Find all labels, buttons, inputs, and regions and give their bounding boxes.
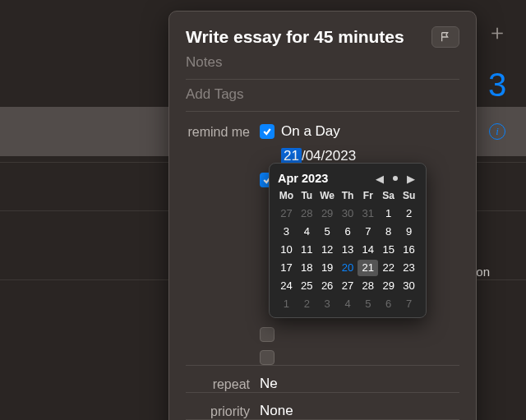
calendar-day[interactable]: 21 bbox=[358, 260, 378, 276]
calendar-day[interactable]: 19 bbox=[317, 260, 338, 276]
extra-checkbox-2[interactable] bbox=[260, 350, 275, 365]
calendar-day[interactable]: 16 bbox=[399, 242, 419, 258]
calendar-day[interactable]: 23 bbox=[399, 260, 419, 276]
calendar-dow: Tu bbox=[297, 190, 317, 204]
calendar-day[interactable]: 10 bbox=[276, 242, 297, 258]
calendar-day[interactable]: 5 bbox=[358, 296, 378, 312]
calendar-day[interactable]: 14 bbox=[358, 242, 378, 258]
calendar-day[interactable]: 31 bbox=[358, 205, 378, 222]
calendar-month-label: Apr 2023 bbox=[278, 172, 373, 185]
on-a-day-checkbox[interactable] bbox=[260, 124, 275, 139]
flag-icon bbox=[440, 31, 451, 43]
calendar-day[interactable]: 17 bbox=[276, 260, 297, 276]
date-day-selected: 21 bbox=[281, 148, 302, 164]
calendar-day[interactable]: 20 bbox=[338, 260, 358, 276]
extra-checkbox-1[interactable] bbox=[260, 327, 275, 342]
flag-button[interactable] bbox=[431, 26, 459, 48]
calendar-day[interactable]: 11 bbox=[297, 242, 317, 258]
calendar-day[interactable]: 8 bbox=[378, 224, 399, 240]
calendar-dow: Th bbox=[338, 190, 358, 204]
calendar-day[interactable]: 3 bbox=[317, 296, 338, 312]
calendar-day[interactable]: 28 bbox=[358, 278, 378, 294]
calendar-day[interactable]: 4 bbox=[297, 224, 317, 240]
calendar-day[interactable]: 1 bbox=[378, 205, 399, 222]
calendar-grid: MoTuWeThFrSaSu27282930311234567891011121… bbox=[276, 190, 419, 312]
calendar-day[interactable]: 2 bbox=[399, 205, 419, 222]
calendar-dow: Fr bbox=[358, 190, 378, 204]
calendar-prev-button[interactable]: ◀ bbox=[373, 173, 386, 184]
calendar-day[interactable]: 28 bbox=[297, 205, 317, 222]
info-icon[interactable]: i bbox=[489, 123, 505, 140]
calendar-day[interactable]: 29 bbox=[317, 205, 338, 222]
calendar-day[interactable]: 30 bbox=[399, 278, 419, 294]
remind-me-label: remind me bbox=[186, 123, 260, 140]
calendar-day[interactable]: 27 bbox=[276, 205, 297, 222]
calendar-day[interactable]: 18 bbox=[297, 260, 317, 276]
calendar-dow: We bbox=[317, 190, 338, 204]
calendar-day[interactable]: 9 bbox=[399, 224, 419, 240]
repeat-value[interactable]: Ne bbox=[260, 376, 459, 392]
calendar-dow: Su bbox=[399, 190, 419, 204]
tags-field[interactable]: Add Tags bbox=[186, 86, 459, 103]
calendar-day[interactable]: 29 bbox=[378, 278, 399, 294]
calendar-dow: Sa bbox=[378, 190, 399, 204]
repeat-label: repeat bbox=[186, 376, 260, 392]
calendar-day[interactable]: 12 bbox=[317, 242, 338, 258]
calendar-day[interactable]: 24 bbox=[276, 278, 297, 294]
calendar-next-button[interactable]: ▶ bbox=[404, 173, 418, 184]
notes-field[interactable]: Notes bbox=[186, 54, 459, 71]
on-a-day-label: On a Day bbox=[281, 123, 340, 140]
calendar-day[interactable]: 5 bbox=[317, 224, 338, 240]
date-input[interactable]: 21/04/2023 bbox=[260, 148, 459, 164]
reminder-title[interactable]: Write essay for 45 minutes bbox=[186, 27, 425, 47]
check-icon bbox=[262, 127, 272, 136]
list-count: 3 bbox=[488, 67, 506, 104]
calendar-day[interactable]: 26 bbox=[317, 278, 338, 294]
calendar-day[interactable]: 7 bbox=[358, 224, 378, 240]
calendar-day[interactable]: 1 bbox=[276, 296, 297, 312]
calendar-day[interactable]: 25 bbox=[297, 278, 317, 294]
calendar-day[interactable]: 15 bbox=[378, 242, 399, 258]
calendar-dow: Mo bbox=[276, 190, 297, 204]
calendar-day[interactable]: 30 bbox=[338, 205, 358, 222]
calendar-day[interactable]: 6 bbox=[378, 296, 399, 312]
calendar-day[interactable]: 22 bbox=[378, 260, 399, 276]
calendar-day[interactable]: 13 bbox=[338, 242, 358, 258]
date-rest: /04/2023 bbox=[302, 148, 356, 164]
calendar-day[interactable]: 2 bbox=[297, 296, 317, 312]
calendar-day[interactable]: 7 bbox=[399, 296, 419, 312]
add-icon[interactable]: ＋ bbox=[487, 18, 508, 47]
calendar-day[interactable]: 3 bbox=[276, 224, 297, 240]
calendar-today-button[interactable] bbox=[389, 173, 402, 184]
priority-label: priority bbox=[186, 403, 260, 419]
priority-value[interactable]: None bbox=[260, 403, 459, 419]
date-picker-popover: Apr 2023 ◀ ▶ MoTuWeThFrSaSu2728293031123… bbox=[269, 163, 427, 318]
calendar-day[interactable]: 27 bbox=[338, 278, 358, 294]
calendar-day[interactable]: 4 bbox=[338, 296, 358, 312]
calendar-day[interactable]: 6 bbox=[338, 224, 358, 240]
